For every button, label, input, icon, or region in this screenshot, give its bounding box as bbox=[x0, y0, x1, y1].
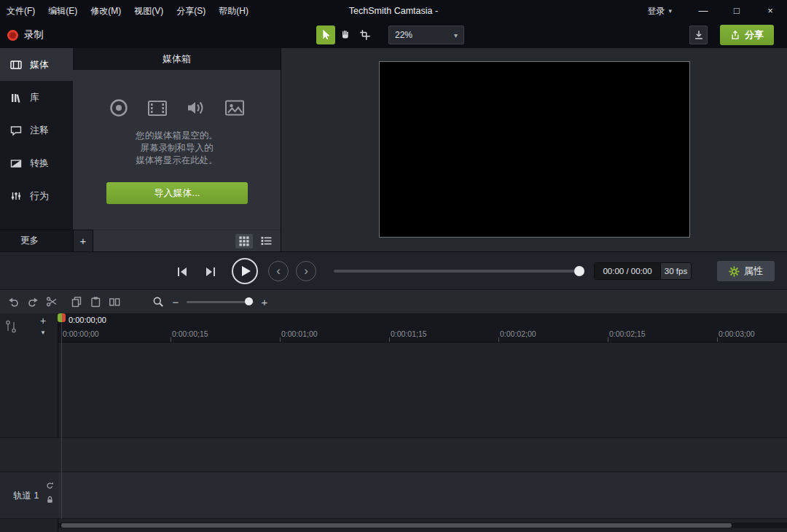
sidebar-item-transitions[interactable]: 转换 bbox=[0, 146, 73, 179]
add-panel-button[interactable]: + bbox=[73, 230, 93, 251]
share-label: 分享 bbox=[745, 28, 764, 42]
ruler-tick bbox=[717, 337, 718, 342]
gear-icon bbox=[729, 266, 740, 277]
track1-lane[interactable] bbox=[58, 472, 787, 519]
ruler-tick bbox=[171, 337, 171, 342]
paste-button[interactable] bbox=[86, 292, 105, 311]
split-button[interactable] bbox=[105, 292, 124, 311]
record-button[interactable]: 录制 bbox=[7, 22, 44, 48]
redo-icon bbox=[27, 296, 39, 308]
timeline-gutter: + ▾ 轨道 1 bbox=[0, 313, 58, 532]
sidebar-item-library[interactable]: 库 bbox=[0, 81, 73, 114]
undo-button[interactable] bbox=[4, 292, 23, 311]
minimize-button[interactable]: — bbox=[686, 0, 720, 22]
redo-button[interactable] bbox=[23, 292, 42, 311]
timeline-scrollbar-handle[interactable] bbox=[61, 523, 732, 528]
sidebar-more-button[interactable]: 更多 bbox=[0, 230, 73, 251]
camtasia-window: 文件(F) 编辑(E) 修改(M) 视图(V) 分享(S) 帮助(H) Tech… bbox=[0, 0, 787, 532]
sidebar-item-media[interactable]: 媒体 bbox=[0, 48, 73, 81]
grid-view-icon bbox=[239, 236, 249, 246]
crop-tool-button[interactable] bbox=[356, 26, 375, 44]
empty-text-line: 您的媒体箱是空的。 bbox=[73, 130, 281, 142]
track-lock-icon[interactable] bbox=[46, 496, 54, 504]
media-bin-view-toggles bbox=[93, 230, 281, 251]
properties-button[interactable]: 属性 bbox=[717, 261, 775, 281]
ruler-tick bbox=[389, 337, 390, 342]
ruler-label: 0:00:00;00 bbox=[63, 329, 99, 338]
track1-header[interactable]: 轨道 1 bbox=[0, 472, 58, 519]
timeline-ruler[interactable]: 0:00:00;00 0:00:00;15 0:00:01;00 0:00:01… bbox=[58, 313, 787, 343]
import-media-button[interactable]: 导入媒体... bbox=[106, 182, 248, 204]
cut-button[interactable] bbox=[42, 292, 61, 311]
list-view-button[interactable] bbox=[257, 234, 275, 249]
undo-icon bbox=[8, 296, 20, 308]
media-bin-panel: 媒体箱 bbox=[73, 48, 281, 251]
zoom-level-select[interactable]: 22% ▾ bbox=[388, 26, 464, 44]
titlebar-right: 登录 ▾ — □ × bbox=[647, 0, 787, 22]
seek-slider-track[interactable] bbox=[334, 270, 583, 273]
timeline-zoom-out-button[interactable]: − bbox=[168, 292, 184, 311]
sidebar-item-label: 行为 bbox=[30, 189, 49, 203]
timeline-zoom-track[interactable] bbox=[187, 301, 254, 303]
timeline-zoom-in-button[interactable]: + bbox=[257, 292, 273, 311]
step-back-icon bbox=[176, 265, 189, 278]
menu-share[interactable]: 分享(S) bbox=[170, 0, 212, 22]
copy-icon bbox=[71, 296, 82, 308]
playhead-handle[interactable] bbox=[58, 313, 66, 322]
playback-bar: ‹ › 00:00 / 00:00 30 fps 属性 bbox=[0, 251, 787, 289]
zoom-level-value: 22% bbox=[395, 30, 412, 40]
panel-bottom-strip: 更多 + bbox=[0, 230, 281, 251]
grid-view-button[interactable] bbox=[235, 234, 253, 249]
magnifier-icon bbox=[152, 296, 164, 308]
previous-frame-button[interactable] bbox=[173, 263, 191, 281]
download-button[interactable] bbox=[689, 26, 708, 44]
timeline-zoom-slider[interactable] bbox=[187, 298, 254, 305]
cursor-tool-button[interactable] bbox=[316, 26, 335, 44]
signin-button[interactable]: 登录 ▾ bbox=[647, 5, 672, 17]
timeline-scrollbar[interactable] bbox=[58, 523, 787, 528]
track-header-spacer bbox=[0, 437, 58, 472]
timeline-zoom-button[interactable] bbox=[149, 292, 168, 311]
menu-view[interactable]: 视图(V) bbox=[128, 0, 170, 22]
pan-tool-button[interactable] bbox=[336, 26, 355, 44]
menu-edit[interactable]: 编辑(E) bbox=[42, 0, 84, 22]
track-options-button[interactable]: ▾ bbox=[36, 327, 50, 337]
seek-slider-thumb[interactable] bbox=[574, 266, 584, 276]
track-tools-icon[interactable] bbox=[4, 318, 17, 335]
maximize-button[interactable]: □ bbox=[720, 0, 753, 22]
menu-modify[interactable]: 修改(M) bbox=[84, 0, 128, 22]
sidebar-item-label: 转换 bbox=[30, 157, 49, 170]
play-icon bbox=[242, 266, 251, 276]
next-clip-button[interactable]: › bbox=[296, 261, 316, 281]
playhead-out-marker[interactable] bbox=[62, 313, 66, 322]
sidebar-item-label: 媒体 bbox=[30, 58, 49, 71]
ruler-tick bbox=[498, 337, 499, 342]
sidebar-item-behaviors[interactable]: 行为 bbox=[0, 179, 73, 212]
close-button[interactable]: × bbox=[753, 0, 787, 22]
ruler-label: 0:00:00;15 bbox=[172, 329, 208, 338]
menu-help[interactable]: 帮助(H) bbox=[212, 0, 255, 22]
sidebar-item-annotations[interactable]: 注释 bbox=[0, 114, 73, 146]
track-loop-icon[interactable] bbox=[46, 482, 54, 490]
timeline-tracks-area[interactable] bbox=[58, 343, 787, 523]
seek-slider[interactable] bbox=[334, 268, 583, 274]
add-track-button[interactable]: + bbox=[36, 315, 50, 327]
ruler-label: 0:00:02;15 bbox=[609, 329, 646, 338]
copy-button[interactable] bbox=[67, 292, 86, 311]
share-button[interactable]: 分享 bbox=[720, 25, 774, 45]
next-frame-button[interactable] bbox=[202, 263, 219, 281]
timeline: + ▾ 轨道 1 bbox=[0, 313, 787, 532]
caret-down-icon: ▾ bbox=[668, 7, 672, 15]
track1-icons bbox=[46, 482, 54, 504]
caret-down-icon: ▾ bbox=[454, 31, 458, 39]
play-button[interactable] bbox=[232, 258, 258, 284]
track-lane-empty[interactable] bbox=[58, 437, 787, 472]
previous-clip-button[interactable]: ‹ bbox=[268, 261, 289, 281]
record-circle-icon bbox=[108, 97, 130, 119]
properties-label: 属性 bbox=[744, 265, 763, 278]
timeline-zoom-thumb[interactable] bbox=[245, 297, 253, 305]
sidebar-item-label: 库 bbox=[30, 91, 39, 104]
menu-file[interactable]: 文件(F) bbox=[0, 0, 42, 22]
main-toolbar: 录制 bbox=[0, 22, 787, 48]
transition-icon bbox=[9, 157, 23, 170]
